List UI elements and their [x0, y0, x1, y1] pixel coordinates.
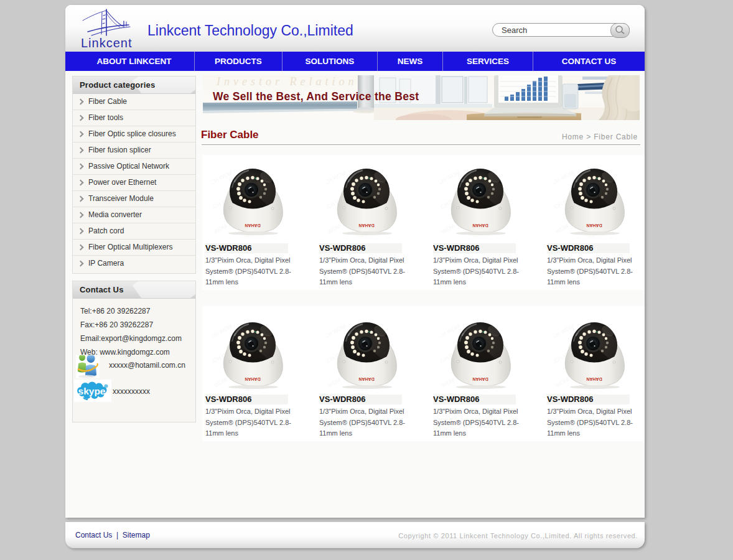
svg-text:DAHAN: DAHAN — [472, 377, 488, 381]
svg-text:DAHAN: DAHAN — [586, 377, 602, 381]
svg-text:Investor Relations: Investor Relations — [216, 75, 365, 88]
svg-text:DAHAN: DAHAN — [586, 223, 602, 228]
svg-text:DAHAN: DAHAN — [472, 223, 488, 228]
svg-text:DAHAN: DAHAN — [245, 377, 260, 381]
svg-text:DAHAN: DAHAN — [245, 223, 260, 228]
svg-text:DAHAN: DAHAN — [358, 377, 374, 381]
svg-text:We Sell the Best, And Service: We Sell the Best, And Service the Best — [213, 90, 419, 103]
svg-text:DAHAN: DAHAN — [358, 223, 374, 228]
svg-text:®: ® — [105, 385, 108, 388]
svg-text:skype: skype — [78, 386, 106, 396]
